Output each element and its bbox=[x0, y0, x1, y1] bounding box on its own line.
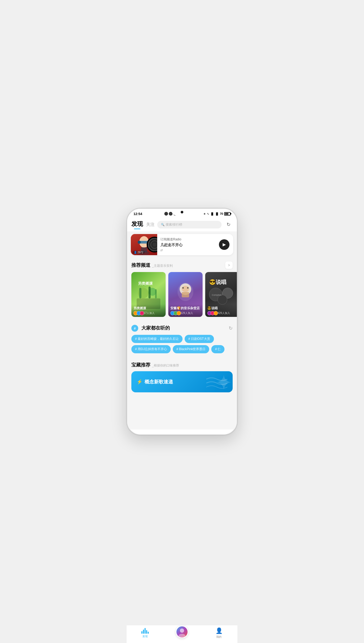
svg-point-22 bbox=[218, 295, 227, 304]
svg-point-17 bbox=[182, 287, 184, 289]
radio-card[interactable]: 👤 2972 订阅频道Radio 几赶走不开心 ⇄ ▶ bbox=[131, 234, 233, 255]
member-avatars-2 bbox=[170, 311, 180, 315]
channel-1-members: 17人加入 bbox=[133, 311, 164, 315]
more-button[interactable]: > bbox=[225, 261, 233, 269]
avatar-1b bbox=[177, 311, 181, 315]
trending-header: # 大家都在听的 ↻ bbox=[127, 321, 237, 334]
channel-1-overlay: 另类摇滚 17人加入 bbox=[131, 304, 166, 317]
trending-section: # 大家都在听的 ↻ # 最好的宫崎骏，最好的久石让 # 日剧OST大赏 bbox=[127, 321, 237, 358]
tag-3-text: # 用DJ忘掉所有不开心 bbox=[135, 347, 167, 351]
channel-card-2[interactable]: 安酱🍞的音乐杂货店 129人加入 bbox=[168, 272, 203, 317]
svg-point-18 bbox=[187, 287, 189, 289]
tag-4[interactable]: # BlackPink世界墨日 bbox=[173, 345, 209, 353]
member-count-3: 429人加入 bbox=[218, 311, 230, 315]
search-placeholder-text: 搜索/排行榜 bbox=[166, 222, 182, 227]
radio-cover: 👤 2972 bbox=[131, 234, 157, 255]
header: 发现 关注 🔍 搜索/排行榜 ↻ bbox=[127, 217, 237, 231]
treasure-subtitle: _根据你的口味推荐 bbox=[152, 363, 179, 368]
svg-rect-16 bbox=[182, 292, 189, 297]
member-avatars-3 bbox=[207, 311, 217, 315]
refresh-button[interactable]: ↻ bbox=[224, 220, 233, 229]
banner-wave-art bbox=[206, 374, 227, 390]
wifi-icon: ∿ bbox=[207, 212, 209, 216]
signal-icon-2: ▐▌ bbox=[215, 212, 219, 215]
trending-hashtag-icon: # bbox=[131, 325, 138, 332]
signal-icon-1: ▐▌ bbox=[210, 212, 214, 215]
svg-point-2 bbox=[138, 241, 141, 244]
channel-1-title: 另类摇滚 bbox=[133, 306, 164, 311]
tag-5[interactable]: # 仁 bbox=[211, 345, 224, 353]
radio-label: 订阅频道Radio bbox=[160, 237, 216, 242]
tag-1-text: # 最好的宫崎骏，最好的久石让 bbox=[135, 337, 179, 341]
treasure-banner-text: ⚡ 概念新歌速递 bbox=[137, 379, 173, 385]
camera-hole bbox=[181, 211, 183, 213]
battery-fill bbox=[225, 213, 228, 215]
svg-text:另类摇滚: 另类摇滚 bbox=[138, 281, 153, 285]
member-count-1: 17人加入 bbox=[144, 311, 155, 315]
channel-3-members: 429人加入 bbox=[207, 311, 237, 315]
channel-3-title: 😎说唱 bbox=[207, 306, 237, 311]
listener-count: 👤 2972 bbox=[132, 251, 145, 254]
active-tab-underline bbox=[134, 228, 140, 229]
svg-rect-11 bbox=[155, 289, 157, 298]
member-count-2: 129人加入 bbox=[181, 311, 193, 315]
tags-row-1: # 最好的宫崎骏，最好的久石让 # 日剧OST大赏 bbox=[131, 335, 233, 343]
channel-card-1[interactable]: 另类摇滚 另类摇滚 17人加入 bbox=[131, 272, 166, 317]
treasure-title-group: 宝藏推荐 _根据你的口味推荐 bbox=[131, 362, 179, 368]
play-button[interactable]: ▶ bbox=[219, 239, 229, 250]
refresh-icon: ↻ bbox=[227, 222, 231, 227]
tags-container: # 最好的宫崎骏，最好的久石让 # 日剧OST大赏 # 用DJ忘掉所有不开心 #… bbox=[127, 334, 237, 354]
phone-content[interactable]: 发现 关注 🔍 搜索/排行榜 ↻ bbox=[127, 217, 237, 430]
channels-scroll[interactable]: 另类摇滚 另类摇滚 17人加入 bbox=[127, 271, 237, 321]
tag-5-text: # 仁 bbox=[215, 347, 221, 351]
header-tabs: 发现 关注 bbox=[131, 220, 155, 229]
lightning-icon: ⚡ bbox=[137, 379, 142, 385]
radio-title: 几赶走不开心 bbox=[160, 243, 216, 247]
shuffle-icon: ⇄ bbox=[160, 249, 163, 252]
treasure-title: 宝藏推荐 bbox=[131, 362, 150, 368]
status-time: 12:54 bbox=[133, 212, 142, 216]
section-title-group: 推荐频道 _主题音乐安利 bbox=[131, 262, 173, 268]
camera-notch bbox=[171, 209, 193, 216]
search-bar[interactable]: 🔍 搜索/排行榜 bbox=[157, 221, 222, 228]
channel-card-3[interactable]: 😎说唱 Compton 😎说唱 bbox=[205, 272, 237, 317]
avatar-1c bbox=[214, 311, 218, 315]
tag-2-text: # 日剧OST大赏 bbox=[188, 337, 210, 341]
dot-icon-1 bbox=[164, 212, 168, 216]
svg-rect-10 bbox=[149, 287, 151, 298]
radio-subtitle: ⇄ bbox=[160, 249, 216, 252]
channel-2-members: 129人加入 bbox=[170, 311, 200, 315]
bluetooth-icon: ∗ bbox=[203, 212, 206, 216]
recommended-title: 推荐频道 bbox=[131, 262, 150, 268]
recommended-channels-header: 推荐频道 _主题音乐安利 > bbox=[127, 258, 237, 271]
tag-1[interactable]: # 最好的宫崎骏，最好的久石让 bbox=[131, 335, 183, 343]
treasure-header: 宝藏推荐 _根据你的口味推荐 bbox=[127, 358, 237, 370]
right-status-icons: ∗ ∿ ▐▌ ▐▌ 70 bbox=[203, 212, 231, 216]
tag-2[interactable]: # 日剧OST大赏 bbox=[185, 335, 214, 343]
channel-2-title: 安酱🍞的音乐杂货店 bbox=[170, 306, 200, 311]
trending-refresh[interactable]: ↻ bbox=[229, 325, 233, 331]
channel-2-overlay: 安酱🍞的音乐杂货店 129人加入 bbox=[168, 304, 203, 317]
svg-text:😎说唱: 😎说唱 bbox=[209, 279, 226, 285]
tags-row-2: # 用DJ忘掉所有不开心 # BlackPink世界墨日 # 仁 bbox=[131, 345, 233, 353]
recommended-subtitle: _主题音乐安利 bbox=[152, 264, 173, 268]
svg-point-15 bbox=[182, 286, 189, 292]
phone-frame: 12:54 ··· K · ∗ ∿ ▐▌ ▐▌ 70 发现 bbox=[127, 208, 237, 435]
member-avatars-1 bbox=[133, 311, 143, 315]
people-icon: 👤 bbox=[134, 251, 137, 254]
svg-rect-9 bbox=[139, 288, 141, 298]
tag-4-text: # BlackPink世界墨日 bbox=[176, 347, 206, 351]
treasure-section: 宝藏推荐 _根据你的口味推荐 ⚡ 概念新歌速递 ✦ bbox=[127, 358, 237, 422]
play-icon: ▶ bbox=[223, 242, 226, 247]
tab-discover[interactable]: 发现 bbox=[131, 220, 143, 229]
treasure-banner[interactable]: ⚡ 概念新歌速递 ✦ bbox=[131, 371, 233, 392]
channel-3-overlay: 😎说唱 429人加入 bbox=[205, 304, 237, 317]
svg-text:Compton: Compton bbox=[212, 294, 222, 296]
avatar-3 bbox=[140, 311, 144, 315]
battery-level: 70 bbox=[220, 212, 223, 215]
radio-info: 订阅频道Radio 几赶走不开心 ⇄ bbox=[157, 235, 219, 255]
tag-3[interactable]: # 用DJ忘掉所有不开心 bbox=[131, 345, 171, 353]
trending-title: 大家都在听的 bbox=[141, 325, 170, 331]
tab-follow[interactable]: 关注 bbox=[146, 222, 155, 227]
chevron-right-icon: > bbox=[228, 263, 230, 267]
